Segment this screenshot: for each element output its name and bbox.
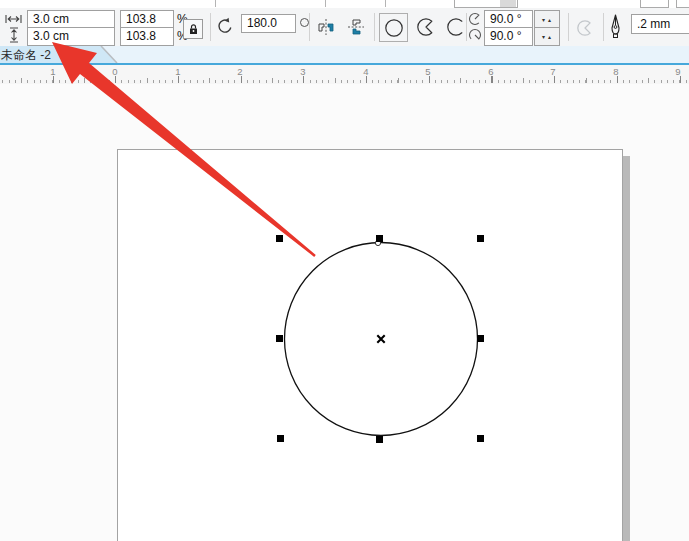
scale-height-field[interactable]: 103.8: [121, 27, 173, 44]
mirror-vertical-button[interactable]: [344, 16, 368, 38]
page[interactable]: [117, 149, 623, 541]
clipped-control: [500, 0, 516, 7]
arc-mode-button[interactable]: [442, 13, 469, 40]
divider: [210, 13, 211, 41]
object-size-fields: 3.0 cm 3.0 cm: [27, 10, 115, 46]
selection-handle-middle-left[interactable]: [276, 335, 283, 342]
divider: [374, 13, 375, 41]
outline-pen-icon: [608, 13, 623, 41]
end-angle-field[interactable]: 90.0 °: [485, 27, 532, 44]
selection-handle-bottom-right[interactable]: [477, 435, 484, 442]
selection-handle-top-left[interactable]: [276, 235, 283, 242]
document-tab-bar: 未命名 -2: [0, 46, 689, 65]
rotation-icon: [215, 16, 235, 36]
selection-handle-bottom-left[interactable]: [277, 435, 284, 442]
object-width-field[interactable]: 3.0 cm: [28, 11, 114, 27]
scale-width-field[interactable]: 103.8: [121, 11, 173, 27]
divider: [603, 13, 604, 41]
ruler-ticks: [0, 76, 689, 83]
spin-down-icon[interactable]: ▾: [542, 33, 546, 40]
clipped-control: [676, 0, 689, 8]
horizontal-ruler[interactable]: 1 0 1 2 3 4 5 6 7 8 9: [0, 65, 689, 85]
angle-spinners: ▾▴ ▾▴: [534, 10, 560, 46]
end-angle-spinner[interactable]: ▾▴: [535, 27, 559, 44]
lock-ratio-button[interactable]: [183, 19, 203, 39]
divider: [568, 13, 569, 41]
document-tab-title: 未命名 -2: [1, 47, 51, 64]
divider: [385, 0, 386, 7]
outline-width-field[interactable]: .2 mm: [631, 14, 689, 34]
app-window: 3.0 cm 3.0 cm 103.8 103.8 % % 180.0: [0, 0, 689, 541]
rotation-angle-field[interactable]: 180.0: [241, 14, 296, 33]
clipped-control: [640, 0, 669, 8]
object-width-icon: [5, 14, 22, 24]
mirror-horizontal-button[interactable]: [314, 16, 338, 38]
ellipse-mode-button[interactable]: [379, 13, 408, 42]
selection-handle-bottom-center[interactable]: [376, 436, 383, 443]
selection-handle-top-center[interactable]: [376, 235, 383, 242]
property-bar: 3.0 cm 3.0 cm 103.8 103.8 % % 180.0: [0, 8, 689, 47]
spin-down-icon[interactable]: ▾: [542, 16, 546, 23]
selection-handle-middle-right[interactable]: [477, 335, 484, 342]
arc-angle-fields: 90.0 ° 90.0 °: [484, 10, 533, 46]
divider: [309, 13, 310, 41]
change-direction-button-disabled: [574, 17, 596, 39]
divider: [466, 13, 467, 41]
degree-symbol: [300, 18, 309, 27]
scale-fields: 103.8 103.8: [120, 10, 174, 46]
start-angle-field[interactable]: 90.0 °: [485, 11, 532, 27]
start-angle-spinner[interactable]: ▾▴: [535, 11, 559, 27]
selection-handle-top-right[interactable]: [477, 235, 484, 242]
object-height-field[interactable]: 3.0 cm: [28, 27, 114, 44]
object-height-icon: [9, 27, 19, 43]
divider: [325, 0, 326, 7]
start-angle-icon: [468, 12, 482, 26]
page-shadow: [623, 156, 630, 541]
spin-up-icon[interactable]: ▴: [548, 16, 552, 23]
pie-mode-button[interactable]: [412, 13, 439, 40]
spin-up-icon[interactable]: ▴: [548, 33, 552, 40]
workspace[interactable]: [0, 84, 689, 541]
end-angle-icon: [468, 28, 482, 42]
divider: [215, 0, 216, 7]
